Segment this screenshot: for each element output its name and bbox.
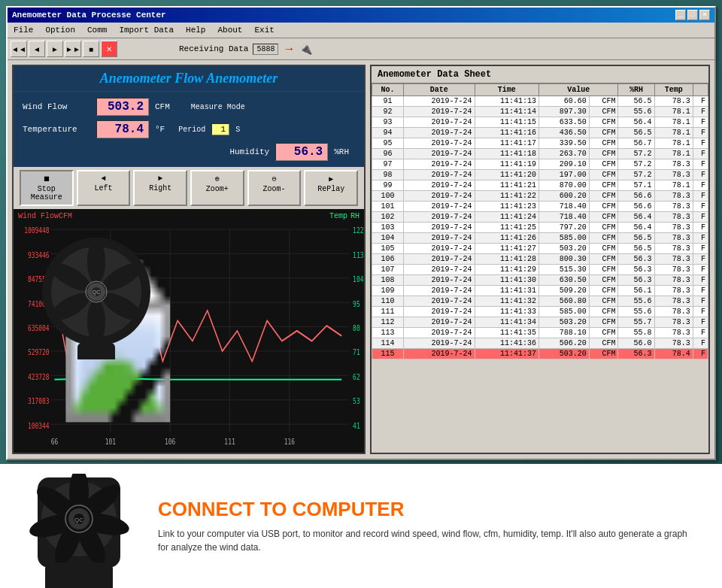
minimize-button[interactable]: _ xyxy=(675,10,686,20)
cell-unit: CFM xyxy=(589,138,618,149)
window-controls: _ □ × xyxy=(675,10,710,20)
cell-time: 11:41:34 xyxy=(475,317,538,328)
toolbar-btn-4[interactable]: ►► xyxy=(65,41,81,57)
table-row: 100 2019-7-24 11:41:22 600.20 CFM 56.6 7… xyxy=(372,191,708,202)
cell-unit2: F xyxy=(693,191,708,202)
cell-unit: CFM xyxy=(589,180,618,191)
cell-date: 2019-7-24 xyxy=(403,265,475,275)
cell-value: 197.00 xyxy=(538,170,589,180)
cell-rh: 55.6 xyxy=(618,107,654,117)
table-row: 112 2019-7-24 11:41:34 503.20 CFM 55.7 7… xyxy=(372,317,708,328)
cell-value: 60.60 xyxy=(538,96,589,107)
menu-comm[interactable]: Comm xyxy=(84,24,110,36)
menu-help[interactable]: Help xyxy=(183,24,208,36)
humidity-unit: %RH xyxy=(334,147,349,156)
toolbar-btn-2[interactable]: ◄ xyxy=(29,41,45,57)
cell-rh: 56.6 xyxy=(618,202,654,212)
cell-time: 11:41:35 xyxy=(475,328,538,338)
cell-date: 2019-7-24 xyxy=(403,202,475,212)
cell-unit: CFM xyxy=(589,223,618,233)
table-row: 91 2019-7-24 11:41:13 60.60 CFM 56.5 78.… xyxy=(372,96,708,107)
cell-time: 11:41:31 xyxy=(475,286,538,296)
maximize-button[interactable]: □ xyxy=(687,10,698,20)
svg-text:111: 111 xyxy=(224,437,235,447)
cell-unit: CFM xyxy=(589,328,618,338)
left-button[interactable]: ◄ Left xyxy=(77,170,131,206)
replay-button[interactable]: ▶ RePlay xyxy=(304,170,358,206)
toolbar-btn-3[interactable]: ► xyxy=(47,41,63,57)
cell-no: 110 xyxy=(372,296,404,307)
svg-text:423728: 423728 xyxy=(28,372,50,382)
table-row: 96 2019-7-24 11:41:18 263.70 CFM 57.2 78… xyxy=(372,149,708,159)
cell-no: 113 xyxy=(372,328,404,338)
cell-temp: 78.3 xyxy=(654,212,693,223)
cell-temp: 78.3 xyxy=(654,159,693,170)
cell-unit: CFM xyxy=(589,275,618,286)
cell-unit2: F xyxy=(693,159,708,170)
cell-rh: 56.7 xyxy=(618,138,654,149)
right-button[interactable]: ► Right xyxy=(133,170,187,206)
cell-unit2: F xyxy=(693,254,708,265)
cell-unit2: F xyxy=(693,128,708,138)
menu-import[interactable]: Import Data xyxy=(116,24,177,36)
cell-time: 11:41:17 xyxy=(475,138,538,149)
connect-text-area: CONNECT TO COMPUTER Link to your compute… xyxy=(158,498,699,554)
table-container[interactable]: No. Date Time Value %RH Temp 91 2019-7-2… xyxy=(372,83,708,453)
toolbar-btn-1[interactable]: ◄◄ xyxy=(11,41,27,57)
cell-temp: 78.3 xyxy=(654,191,693,202)
toolbar-btn-stop[interactable]: ✕ xyxy=(101,41,117,57)
wind-flow-value: 503.2 xyxy=(96,98,149,116)
temperature-value: 78.4 xyxy=(96,120,149,138)
left-panel: Anemometer Flow Anemometer Wind Flow 503… xyxy=(12,65,366,454)
cell-rh: 56.5 xyxy=(618,96,654,107)
menu-exit[interactable]: Exit xyxy=(251,24,277,36)
col-temp: Temp xyxy=(654,84,693,96)
table-row: 113 2019-7-24 11:41:35 788.10 CFM 55.8 7… xyxy=(372,328,708,338)
cell-time: 11:41:33 xyxy=(475,307,538,317)
cell-date: 2019-7-24 xyxy=(403,96,475,107)
cell-rh: 55.8 xyxy=(618,328,654,338)
close-button[interactable]: × xyxy=(699,10,710,20)
cell-time: 11:41:23 xyxy=(475,202,538,212)
table-row: 97 2019-7-24 11:41:19 209.10 CFM 57.2 78… xyxy=(372,159,708,170)
zoom-out-button[interactable]: ⊖ Zoom- xyxy=(247,170,302,206)
svg-point-42 xyxy=(87,299,105,344)
cell-unit: CFM xyxy=(589,149,618,159)
cell-rh: 56.5 xyxy=(618,233,654,244)
cell-no: 98 xyxy=(372,170,404,180)
zoom-in-button[interactable]: ⊕ Zoom+ xyxy=(190,170,244,206)
cell-value: 509.20 xyxy=(538,286,589,296)
cell-unit2: F xyxy=(693,275,708,286)
cell-value: 503.20 xyxy=(538,349,589,359)
table-row: 115 2019-7-24 11:41:37 503.20 CFM 56.3 7… xyxy=(372,349,708,359)
cell-no: 115 xyxy=(372,349,404,359)
cell-date: 2019-7-24 xyxy=(403,244,475,254)
stop-measure-button[interactable]: ⏹ Stop Measure xyxy=(20,170,74,206)
menu-file[interactable]: File xyxy=(11,24,36,36)
wind-flow-label: Wind Flow xyxy=(23,102,90,111)
legend-wind-flow: Wind Flow xyxy=(18,212,59,220)
toolbar-btn-5[interactable]: ■ xyxy=(83,41,99,57)
col-value: Value xyxy=(538,84,618,96)
cell-unit2: F xyxy=(693,170,708,180)
cell-date: 2019-7-24 xyxy=(403,107,475,117)
table-row: 105 2019-7-24 11:41:27 503.20 CFM 56.5 7… xyxy=(372,244,708,254)
cell-unit2: F xyxy=(693,138,708,149)
cell-unit2: F xyxy=(693,317,708,328)
cell-time: 11:41:15 xyxy=(475,117,538,128)
svg-text:122 100: 122 100 xyxy=(353,226,364,235)
cell-value: 600.20 xyxy=(538,191,589,202)
cell-unit2: F xyxy=(693,307,708,317)
cell-unit2: F xyxy=(693,296,708,307)
col-no: No. xyxy=(372,84,404,96)
cell-temp: 78.3 xyxy=(654,328,693,338)
arrow-icon: → xyxy=(283,42,295,56)
menu-option[interactable]: Option xyxy=(42,24,78,36)
svg-text:71 50: 71 50 xyxy=(353,347,364,357)
menu-about[interactable]: About xyxy=(214,24,245,36)
cell-temp: 78.3 xyxy=(654,265,693,275)
cell-no: 97 xyxy=(372,159,404,170)
cell-rh: 55.7 xyxy=(618,317,654,328)
panel-title: Anemometer Flow Anemometer xyxy=(14,66,364,92)
cell-date: 2019-7-24 xyxy=(403,233,475,244)
